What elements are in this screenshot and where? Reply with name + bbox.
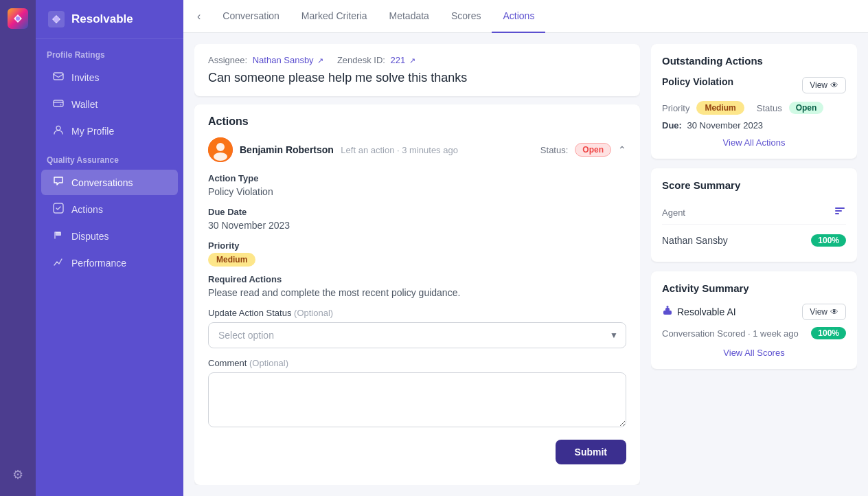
priority-meta-label: Priority bbox=[662, 103, 689, 113]
zendesk-id[interactable]: 221 bbox=[391, 55, 406, 65]
status-label: Status: bbox=[540, 145, 568, 155]
icon-bar: ⚙ bbox=[0, 0, 36, 496]
tabs-bar: ‹ Conversation Marked Criteria Metadata … bbox=[183, 0, 868, 33]
update-status-label: Update Action Status (Optional) bbox=[208, 308, 626, 318]
required-actions-label: Required Actions bbox=[208, 274, 626, 284]
outstanding-actions-card: Outstanding Actions Policy Violation Vie… bbox=[651, 44, 857, 159]
outstanding-actions-title: Outstanding Actions bbox=[662, 55, 846, 67]
due-date-value: 30 November 2023 bbox=[208, 220, 626, 231]
submit-button[interactable]: Submit bbox=[556, 440, 626, 464]
sidebar-disputes-label: Disputes bbox=[71, 231, 108, 242]
svg-point-0 bbox=[16, 16, 20, 21]
action-time: Left an action · 3 minutes ago bbox=[341, 145, 458, 155]
activity-header-row: Resolvable AI View 👁 bbox=[662, 304, 846, 320]
zendesk-external-icon: ↗ bbox=[409, 56, 415, 65]
svg-point-10 bbox=[216, 143, 225, 151]
oa-due: Due: 30 November 2023 bbox=[662, 120, 846, 131]
tab-marked-criteria[interactable]: Marked Criteria bbox=[290, 0, 378, 33]
score-summary-title: Score Summary bbox=[662, 179, 846, 191]
score-summary-card: Score Summary Agent Nathan Sansby 100% bbox=[651, 168, 857, 262]
svg-rect-7 bbox=[54, 203, 63, 213]
sidebar-section-qa: Quality Assurance bbox=[36, 144, 183, 169]
view-all-actions-link[interactable]: View All Actions bbox=[662, 137, 846, 148]
main-content: ‹ Conversation Marked Criteria Metadata … bbox=[183, 0, 868, 496]
mail-icon bbox=[52, 71, 65, 84]
disputes-icon bbox=[52, 229, 65, 243]
sidebar-conversations-label: Conversations bbox=[71, 177, 133, 188]
agent-info: Benjamin Robertson Left an action · 3 mi… bbox=[240, 144, 458, 156]
activity-summary-card: Activity Summary Resolvable AI View 👁 Co… bbox=[651, 271, 857, 369]
agent-name: Benjamin Robertson bbox=[240, 144, 334, 155]
tab-scores[interactable]: Scores bbox=[440, 0, 492, 33]
action-item-right: Status: Open ⌃ bbox=[540, 143, 626, 157]
content-area: Assignee: Nathan Sansby ↗ Zendesk ID: 22… bbox=[183, 33, 868, 496]
agent-avatar bbox=[208, 137, 233, 162]
select-wrapper: Select option Open Closed Pending ▼ bbox=[208, 322, 626, 348]
view-all-scores-link[interactable]: View All Scores bbox=[662, 348, 846, 358]
activity-summary-title: Activity Summary bbox=[662, 282, 846, 294]
sidebar-item-my-profile[interactable]: My Profile bbox=[41, 118, 178, 144]
svg-rect-3 bbox=[54, 73, 63, 80]
sidebar-performance-label: Performance bbox=[71, 258, 126, 269]
actions-icon bbox=[52, 203, 65, 216]
priority-value: Medium bbox=[208, 253, 626, 264]
sidebar-item-wallet[interactable]: Wallet bbox=[41, 91, 178, 117]
required-actions-row: Required Actions Please read and complet… bbox=[208, 274, 626, 298]
profile-icon bbox=[52, 124, 65, 137]
assignee-name[interactable]: Nathan Sansby bbox=[253, 55, 314, 65]
svg-rect-14 bbox=[835, 213, 839, 214]
sidebar-invites-label: Invites bbox=[71, 72, 99, 83]
sidebar-my-profile-label: My Profile bbox=[71, 126, 114, 137]
agent-person-name: Nathan Sansby bbox=[662, 235, 728, 246]
activity-eye-icon: 👁 bbox=[830, 307, 838, 317]
sidebar-item-disputes[interactable]: Disputes bbox=[41, 223, 178, 249]
sidebar-actions-label: Actions bbox=[71, 204, 103, 215]
svg-point-5 bbox=[60, 104, 62, 106]
activity-view-button[interactable]: View 👁 bbox=[802, 304, 846, 320]
eye-icon: 👁 bbox=[830, 80, 838, 90]
svg-rect-16 bbox=[665, 308, 670, 311]
svg-point-2 bbox=[54, 16, 59, 22]
comment-textarea[interactable] bbox=[208, 372, 626, 427]
assignee-external-icon: ↗ bbox=[317, 56, 323, 65]
service-name: Resolvable AI bbox=[677, 306, 736, 317]
sidebar-item-performance[interactable]: Performance bbox=[41, 250, 178, 275]
zendesk-label: Zendesk ID: bbox=[337, 55, 385, 65]
priority-row: Priority Medium bbox=[208, 240, 626, 264]
update-status-optional: (Optional) bbox=[294, 308, 333, 318]
score-100-badge: 100% bbox=[811, 234, 846, 247]
svg-point-17 bbox=[667, 306, 669, 308]
oa-meta-row: Priority Medium Status Open bbox=[662, 101, 846, 115]
required-actions-value: Please read and complete the most recent… bbox=[208, 287, 626, 298]
score-person-row: Nathan Sansby 100% bbox=[662, 230, 846, 251]
back-button[interactable]: ‹ bbox=[197, 8, 207, 25]
sidebar: Resolvable Profile Ratings Invites Walle… bbox=[36, 0, 183, 496]
score-header-row: Agent bbox=[662, 201, 846, 225]
status-select[interactable]: Select option Open Closed Pending bbox=[208, 322, 626, 348]
action-item-left: Benjamin Robertson Left an action · 3 mi… bbox=[208, 137, 458, 162]
comment-label: Comment (Optional) bbox=[208, 358, 626, 368]
oa-view-button[interactable]: View 👁 bbox=[802, 77, 846, 93]
collapse-icon[interactable]: ⌃ bbox=[618, 144, 626, 155]
tab-actions[interactable]: Actions bbox=[492, 0, 545, 33]
performance-icon bbox=[52, 256, 65, 269]
sidebar-wallet-label: Wallet bbox=[71, 99, 98, 110]
action-item-header: Benjamin Robertson Left an action · 3 mi… bbox=[208, 137, 626, 162]
sidebar-item-conversations[interactable]: Conversations bbox=[41, 170, 178, 195]
main-panel: Assignee: Nathan Sansby ↗ Zendesk ID: 22… bbox=[194, 44, 640, 485]
svg-rect-13 bbox=[835, 210, 842, 212]
status-open-badge: Open bbox=[575, 143, 611, 157]
sidebar-item-actions[interactable]: Actions bbox=[41, 196, 178, 222]
ai-service-icon bbox=[662, 305, 673, 319]
activity-service: Resolvable AI bbox=[662, 305, 736, 319]
action-details: Action Type Policy Violation Due Date 30… bbox=[208, 173, 626, 464]
sidebar-item-invites[interactable]: Invites bbox=[41, 65, 178, 90]
comment-optional: (Optional) bbox=[249, 358, 288, 368]
tab-metadata[interactable]: Metadata bbox=[378, 0, 440, 33]
tab-conversation[interactable]: Conversation bbox=[212, 0, 290, 33]
conversation-info-card: Assignee: Nathan Sansby ↗ Zendesk ID: 22… bbox=[194, 44, 640, 96]
settings-icon[interactable]: ⚙ bbox=[7, 462, 29, 488]
priority-badge: Medium bbox=[208, 253, 255, 267]
activity-score-badge: 100% bbox=[811, 327, 846, 339]
action-type-label: Action Type bbox=[208, 173, 626, 183]
